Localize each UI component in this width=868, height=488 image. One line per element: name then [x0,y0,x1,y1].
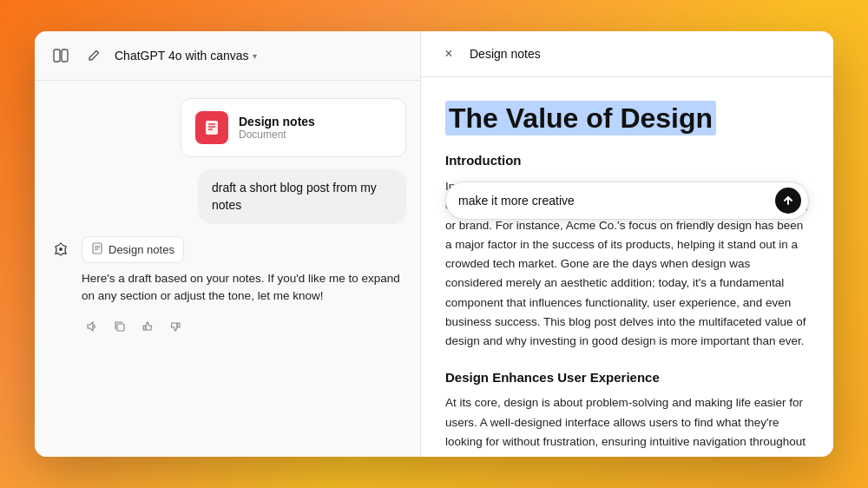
section1-heading: Design Enhances User Experience [445,367,809,389]
app-window: ChatGPT 4o with canvas ▾ Design notes [35,31,833,457]
close-canvas-button[interactable]: × [438,43,459,64]
canvas-title: Design notes [470,47,541,61]
svg-rect-13 [178,323,181,327]
close-icon: × [444,46,452,62]
svg-point-6 [59,247,62,251]
model-name-label: ChatGPT 4o with canvas [115,49,249,63]
svg-rect-0 [54,49,60,62]
document-title: Design notes [239,115,315,129]
ai-doc-ref-label: Design notes [108,243,174,256]
thumbs-up-button[interactable] [137,316,158,337]
copy-button[interactable] [109,316,130,337]
ai-action-buttons [82,316,406,337]
user-message-text: draft a short blog post from my notes [212,181,377,212]
left-panel: ChatGPT 4o with canvas ▾ Design notes [35,31,421,457]
inline-send-button[interactable] [775,188,801,214]
chat-area: Design notes Document draft a short blog… [35,81,420,457]
chevron-down-icon: ▾ [253,51,257,61]
canvas-content: The Value of Design Introduction In an i… [421,77,833,457]
canvas-header: × Design notes [421,31,833,77]
ai-avatar [49,238,73,262]
speaker-button[interactable] [82,316,102,337]
ai-doc-reference[interactable]: Design notes [82,236,184,263]
ai-content: Design notes Here's a draft based on you… [82,236,406,337]
edit-button[interactable] [82,43,106,68]
right-panel: × Design notes The Value of Design [421,31,833,457]
svg-rect-11 [117,324,124,331]
document-title-area: The Value of Design [445,102,809,135]
document-type: Document [239,129,315,141]
svg-rect-2 [206,121,218,135]
document-info: Design notes Document [239,115,315,141]
svg-rect-1 [62,49,68,62]
ai-response: Design notes Here's a draft based on you… [49,236,406,337]
intro-heading: Introduction [445,150,809,172]
section1-paragraph: At its core, design is about problem-sol… [445,393,809,457]
svg-rect-12 [143,326,146,330]
sidebar-toggle-button[interactable] [49,43,73,68]
document-card[interactable]: Design notes Document [181,98,406,157]
doc-small-icon [91,242,103,257]
model-selector[interactable]: ChatGPT 4o with canvas ▾ [115,49,257,63]
document-main-title: The Value of Design [445,101,716,135]
left-header: ChatGPT 4o with canvas ▾ [35,31,420,81]
document-icon [195,111,228,144]
ai-response-text: Here's a draft based on your notes. If y… [82,270,406,306]
inline-edit-input[interactable] [458,194,768,208]
user-message-bubble: draft a short blog post from my notes [198,169,406,224]
thumbs-down-button[interactable] [165,316,186,337]
inline-edit-bar [445,181,809,220]
